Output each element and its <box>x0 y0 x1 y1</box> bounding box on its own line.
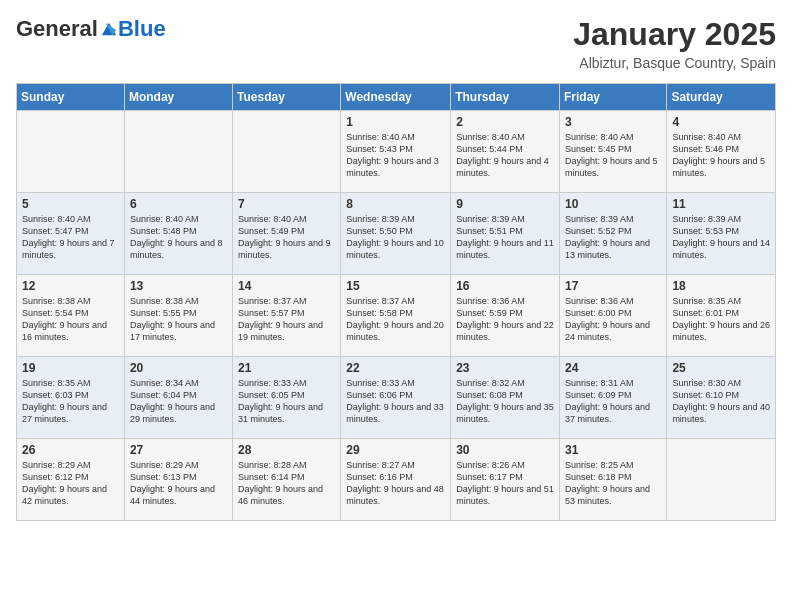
calendar-cell: 29Sunrise: 8:27 AM Sunset: 6:16 PM Dayli… <box>341 439 451 521</box>
column-header-saturday: Saturday <box>667 84 776 111</box>
day-number: 30 <box>456 443 554 457</box>
day-number: 12 <box>22 279 119 293</box>
day-number: 14 <box>238 279 335 293</box>
day-number: 6 <box>130 197 227 211</box>
calendar-cell: 8Sunrise: 8:39 AM Sunset: 5:50 PM Daylig… <box>341 193 451 275</box>
day-info: Sunrise: 8:25 AM Sunset: 6:18 PM Dayligh… <box>565 459 661 508</box>
day-number: 23 <box>456 361 554 375</box>
calendar-cell: 5Sunrise: 8:40 AM Sunset: 5:47 PM Daylig… <box>17 193 125 275</box>
day-number: 31 <box>565 443 661 457</box>
calendar-cell: 21Sunrise: 8:33 AM Sunset: 6:05 PM Dayli… <box>233 357 341 439</box>
calendar-cell: 2Sunrise: 8:40 AM Sunset: 5:44 PM Daylig… <box>451 111 560 193</box>
day-number: 27 <box>130 443 227 457</box>
day-info: Sunrise: 8:40 AM Sunset: 5:48 PM Dayligh… <box>130 213 227 262</box>
day-number: 20 <box>130 361 227 375</box>
day-info: Sunrise: 8:29 AM Sunset: 6:13 PM Dayligh… <box>130 459 227 508</box>
calendar-cell: 11Sunrise: 8:39 AM Sunset: 5:53 PM Dayli… <box>667 193 776 275</box>
logo-general-text: General <box>16 16 98 42</box>
calendar-cell: 18Sunrise: 8:35 AM Sunset: 6:01 PM Dayli… <box>667 275 776 357</box>
day-number: 28 <box>238 443 335 457</box>
day-number: 10 <box>565 197 661 211</box>
day-number: 4 <box>672 115 770 129</box>
day-number: 25 <box>672 361 770 375</box>
calendar-cell <box>233 111 341 193</box>
calendar-cell: 25Sunrise: 8:30 AM Sunset: 6:10 PM Dayli… <box>667 357 776 439</box>
day-info: Sunrise: 8:27 AM Sunset: 6:16 PM Dayligh… <box>346 459 445 508</box>
day-number: 26 <box>22 443 119 457</box>
month-title: January 2025 <box>573 16 776 53</box>
location-subtitle: Albiztur, Basque Country, Spain <box>573 55 776 71</box>
calendar-cell: 31Sunrise: 8:25 AM Sunset: 6:18 PM Dayli… <box>559 439 666 521</box>
day-number: 21 <box>238 361 335 375</box>
calendar-cell: 24Sunrise: 8:31 AM Sunset: 6:09 PM Dayli… <box>559 357 666 439</box>
calendar-cell: 26Sunrise: 8:29 AM Sunset: 6:12 PM Dayli… <box>17 439 125 521</box>
day-info: Sunrise: 8:31 AM Sunset: 6:09 PM Dayligh… <box>565 377 661 426</box>
calendar-cell: 13Sunrise: 8:38 AM Sunset: 5:55 PM Dayli… <box>124 275 232 357</box>
day-number: 3 <box>565 115 661 129</box>
column-header-thursday: Thursday <box>451 84 560 111</box>
calendar-cell: 14Sunrise: 8:37 AM Sunset: 5:57 PM Dayli… <box>233 275 341 357</box>
day-info: Sunrise: 8:36 AM Sunset: 6:00 PM Dayligh… <box>565 295 661 344</box>
calendar-week-row: 19Sunrise: 8:35 AM Sunset: 6:03 PM Dayli… <box>17 357 776 439</box>
day-info: Sunrise: 8:33 AM Sunset: 6:06 PM Dayligh… <box>346 377 445 426</box>
day-number: 2 <box>456 115 554 129</box>
day-info: Sunrise: 8:28 AM Sunset: 6:14 PM Dayligh… <box>238 459 335 508</box>
calendar-cell: 1Sunrise: 8:40 AM Sunset: 5:43 PM Daylig… <box>341 111 451 193</box>
day-info: Sunrise: 8:35 AM Sunset: 6:01 PM Dayligh… <box>672 295 770 344</box>
day-number: 9 <box>456 197 554 211</box>
calendar-week-row: 5Sunrise: 8:40 AM Sunset: 5:47 PM Daylig… <box>17 193 776 275</box>
calendar-cell: 19Sunrise: 8:35 AM Sunset: 6:03 PM Dayli… <box>17 357 125 439</box>
day-number: 19 <box>22 361 119 375</box>
calendar-table: SundayMondayTuesdayWednesdayThursdayFrid… <box>16 83 776 521</box>
day-info: Sunrise: 8:33 AM Sunset: 6:05 PM Dayligh… <box>238 377 335 426</box>
logo-blue-text: Blue <box>118 16 166 42</box>
calendar-cell: 27Sunrise: 8:29 AM Sunset: 6:13 PM Dayli… <box>124 439 232 521</box>
day-info: Sunrise: 8:40 AM Sunset: 5:47 PM Dayligh… <box>22 213 119 262</box>
day-info: Sunrise: 8:40 AM Sunset: 5:43 PM Dayligh… <box>346 131 445 180</box>
calendar-cell <box>667 439 776 521</box>
day-number: 29 <box>346 443 445 457</box>
calendar-cell: 23Sunrise: 8:32 AM Sunset: 6:08 PM Dayli… <box>451 357 560 439</box>
day-number: 24 <box>565 361 661 375</box>
day-info: Sunrise: 8:39 AM Sunset: 5:51 PM Dayligh… <box>456 213 554 262</box>
calendar-cell: 16Sunrise: 8:36 AM Sunset: 5:59 PM Dayli… <box>451 275 560 357</box>
day-number: 5 <box>22 197 119 211</box>
column-header-friday: Friday <box>559 84 666 111</box>
day-info: Sunrise: 8:36 AM Sunset: 5:59 PM Dayligh… <box>456 295 554 344</box>
logo: General Blue <box>16 16 166 42</box>
logo-icon <box>100 20 118 38</box>
calendar-cell: 15Sunrise: 8:37 AM Sunset: 5:58 PM Dayli… <box>341 275 451 357</box>
day-info: Sunrise: 8:38 AM Sunset: 5:54 PM Dayligh… <box>22 295 119 344</box>
day-info: Sunrise: 8:29 AM Sunset: 6:12 PM Dayligh… <box>22 459 119 508</box>
day-number: 18 <box>672 279 770 293</box>
day-info: Sunrise: 8:32 AM Sunset: 6:08 PM Dayligh… <box>456 377 554 426</box>
calendar-cell: 17Sunrise: 8:36 AM Sunset: 6:00 PM Dayli… <box>559 275 666 357</box>
day-number: 15 <box>346 279 445 293</box>
calendar-cell: 4Sunrise: 8:40 AM Sunset: 5:46 PM Daylig… <box>667 111 776 193</box>
calendar-cell: 7Sunrise: 8:40 AM Sunset: 5:49 PM Daylig… <box>233 193 341 275</box>
day-info: Sunrise: 8:39 AM Sunset: 5:52 PM Dayligh… <box>565 213 661 262</box>
day-info: Sunrise: 8:30 AM Sunset: 6:10 PM Dayligh… <box>672 377 770 426</box>
calendar-week-row: 12Sunrise: 8:38 AM Sunset: 5:54 PM Dayli… <box>17 275 776 357</box>
calendar-cell: 3Sunrise: 8:40 AM Sunset: 5:45 PM Daylig… <box>559 111 666 193</box>
day-info: Sunrise: 8:37 AM Sunset: 5:58 PM Dayligh… <box>346 295 445 344</box>
title-area: January 2025 Albiztur, Basque Country, S… <box>573 16 776 71</box>
day-info: Sunrise: 8:40 AM Sunset: 5:44 PM Dayligh… <box>456 131 554 180</box>
day-info: Sunrise: 8:37 AM Sunset: 5:57 PM Dayligh… <box>238 295 335 344</box>
day-number: 16 <box>456 279 554 293</box>
day-info: Sunrise: 8:40 AM Sunset: 5:46 PM Dayligh… <box>672 131 770 180</box>
day-info: Sunrise: 8:39 AM Sunset: 5:50 PM Dayligh… <box>346 213 445 262</box>
day-info: Sunrise: 8:34 AM Sunset: 6:04 PM Dayligh… <box>130 377 227 426</box>
column-header-sunday: Sunday <box>17 84 125 111</box>
calendar-cell: 6Sunrise: 8:40 AM Sunset: 5:48 PM Daylig… <box>124 193 232 275</box>
day-number: 1 <box>346 115 445 129</box>
day-number: 7 <box>238 197 335 211</box>
day-number: 22 <box>346 361 445 375</box>
column-header-monday: Monday <box>124 84 232 111</box>
column-header-tuesday: Tuesday <box>233 84 341 111</box>
calendar-week-row: 26Sunrise: 8:29 AM Sunset: 6:12 PM Dayli… <box>17 439 776 521</box>
page-header: General Blue January 2025 Albiztur, Basq… <box>16 16 776 71</box>
calendar-cell: 30Sunrise: 8:26 AM Sunset: 6:17 PM Dayli… <box>451 439 560 521</box>
calendar-cell: 22Sunrise: 8:33 AM Sunset: 6:06 PM Dayli… <box>341 357 451 439</box>
day-info: Sunrise: 8:40 AM Sunset: 5:45 PM Dayligh… <box>565 131 661 180</box>
